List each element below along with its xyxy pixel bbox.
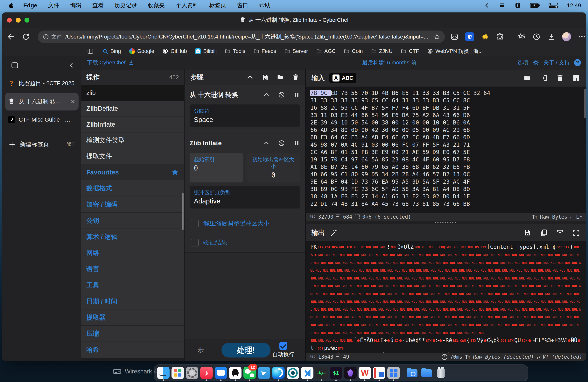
collapse-op-icon[interactable] xyxy=(263,91,270,98)
breakpoint-pause-icon[interactable] xyxy=(294,140,300,147)
breakpoint-pause-icon[interactable] xyxy=(294,91,300,98)
menu-item[interactable]: 文件 xyxy=(48,2,59,8)
browser-tab-2[interactable]: 从 十六进制 转换, Zlib I xyxy=(5,93,79,110)
window-title-bar[interactable]: 从 十六进制 转换, Zlib Inflate - CyberChef xyxy=(2,12,586,28)
category-item[interactable]: 数据格式 xyxy=(81,180,184,196)
bookmark-item[interactable]: GitHub xyxy=(162,48,187,54)
category-item[interactable]: 工具 xyxy=(81,277,184,293)
apple-menu-icon[interactable] xyxy=(8,1,14,9)
collapse-all-icon[interactable] xyxy=(246,74,254,81)
bookmark-item[interactable]: WebVPN 转换 | 浙... xyxy=(427,48,483,55)
address-bar[interactable]: 文件 xyxy=(38,31,445,43)
auto-bake-toggle[interactable]: 自动执行 xyxy=(273,342,294,358)
extensions-puzzle-icon[interactable] xyxy=(496,33,504,41)
bookmark-item[interactable]: Coin xyxy=(344,48,363,54)
download-cyberchef-link[interactable]: 下载 CyberChef xyxy=(87,59,134,66)
wireshark-volume-label[interactable]: Wireshark 4 xyxy=(113,368,157,375)
history-icon[interactable] xyxy=(532,33,541,41)
browser-tab-3[interactable]: CTF-Misc Guide - ⚡ Luna xyxy=(5,112,79,127)
add-input-tab-icon[interactable] xyxy=(507,74,515,82)
new-tab-button[interactable]: 新建标签页 ⌘T xyxy=(2,135,81,153)
input-eol-icon[interactable]: ↵ xyxy=(570,214,573,220)
io-spl-drag-handle[interactable]: ••••••••• xyxy=(306,221,586,224)
menu-item[interactable]: 收藏夹 xyxy=(148,2,165,8)
url-input[interactable] xyxy=(65,33,429,40)
dock-app-wechat[interactable]: 12 xyxy=(242,365,257,381)
dock-app-remote-grid[interactable] xyxy=(386,365,401,381)
bookmark-item[interactable]: AGC xyxy=(316,48,336,54)
category-item[interactable]: 公钥 xyxy=(81,212,184,229)
sidebar-toggle-icon[interactable] xyxy=(87,48,94,54)
dock-app-launchpad[interactable] xyxy=(170,365,185,381)
back-button[interactable] xyxy=(7,33,15,41)
menu-item[interactable]: 窗口 xyxy=(237,2,248,8)
step-button[interactable]: 步 xyxy=(197,346,204,355)
menu-item[interactable]: 编辑 xyxy=(70,2,82,8)
category-item[interactable]: 提取器 xyxy=(81,309,184,326)
menubar-tampermonkey-icon[interactable] xyxy=(514,2,521,9)
recipe-op-2[interactable]: Zlib Inflate起始索引0初始输出缓冲区大小0缓冲区扩展类型Adapti… xyxy=(185,133,305,253)
menubar-battery-icon[interactable] xyxy=(530,3,540,8)
bookmark-item[interactable]: ZJNU xyxy=(371,48,393,54)
dock-app-aperture[interactable] xyxy=(286,365,300,381)
checkbox-icon[interactable] xyxy=(191,239,199,246)
browser-menu-icon[interactable] xyxy=(578,33,586,41)
options-link[interactable]: 选项 xyxy=(517,59,528,66)
output-eol-icon[interactable]: ↵ xyxy=(537,354,540,360)
op-arg-dropdown[interactable]: 分隔符Space xyxy=(189,105,300,127)
menubar-stage-manager-icon[interactable] xyxy=(498,2,506,9)
save-output-icon[interactable] xyxy=(524,229,531,237)
bookmark-item[interactable]: CTF xyxy=(401,48,419,54)
op-checkbox-row[interactable]: 解压缩后调整缓冲区大小 xyxy=(189,219,300,228)
browser-tab-1[interactable]: ?比赛题目 - ?CTF 2025 xyxy=(5,76,79,91)
about-support-link[interactable]: 关于 / 支持 xyxy=(544,59,570,66)
category-item[interactable]: 日期 / 时间 xyxy=(81,293,184,309)
menu-item[interactable]: 帮助 xyxy=(259,2,271,8)
dock-app-finder[interactable] xyxy=(156,365,170,381)
menu-item[interactable]: 历史记录 xyxy=(115,2,137,8)
dock-app-edge[interactable] xyxy=(271,365,286,381)
open-folder-input-icon[interactable] xyxy=(540,74,547,82)
replace-input-icon[interactable] xyxy=(556,229,564,237)
input-eol-label[interactable]: LF xyxy=(576,214,582,220)
copy-output-icon[interactable] xyxy=(540,229,547,237)
operations-search-input[interactable] xyxy=(81,85,184,101)
output-type-label[interactable]: Raw Bytes (detected) xyxy=(473,354,534,360)
menubar-chevron-left-icon[interactable] xyxy=(484,2,490,8)
op-arg-number[interactable]: 初始输出缓冲区大小0 xyxy=(247,153,300,182)
load-recipe-folder-icon[interactable] xyxy=(277,74,284,81)
op-checkbox-row[interactable]: 验证结果 xyxy=(189,238,300,247)
bookmark-item[interactable]: Server xyxy=(284,48,308,54)
output-textarea[interactable]: PKETXEOTDC4NULACKNULBSNULNULNUL!NULß¤ÒlZ… xyxy=(306,241,586,353)
operation-item[interactable]: Zlib Deflate xyxy=(81,101,184,117)
save-recipe-icon[interactable] xyxy=(262,74,269,81)
category-item[interactable]: 加密 / 编码 xyxy=(81,196,184,212)
split-screen-icon[interactable] xyxy=(450,33,459,41)
dock-app-folder-downloads[interactable] xyxy=(405,365,420,381)
auto-bake-checkbox[interactable] xyxy=(279,342,287,350)
dock-app-folder-documents[interactable] xyxy=(420,365,434,381)
dock-app-telegram[interactable] xyxy=(257,365,271,381)
dock-app-vscode[interactable] xyxy=(300,365,315,381)
close-tab-icon[interactable] xyxy=(70,99,76,105)
menu-item[interactable]: 查看 xyxy=(92,2,104,8)
dock-app-settings[interactable] xyxy=(185,365,199,381)
favourites-category[interactable]: Favourites xyxy=(81,164,184,180)
bookmark-item[interactable]: Google xyxy=(129,48,154,54)
menubar-control-center-icon[interactable] xyxy=(548,2,558,8)
op-arg-dropdown[interactable]: 缓冲区扩展类型Adaptive xyxy=(189,186,300,209)
input-type-icon[interactable]: TT xyxy=(532,214,537,220)
operations-scrollbar[interactable] xyxy=(182,193,184,230)
input-scrollbar[interactable] xyxy=(584,89,586,118)
output-eol-label[interactable]: VT (detected) xyxy=(543,354,582,360)
operation-item[interactable]: 检测文件类型 xyxy=(81,132,184,149)
bookmark-item[interactable]: Feeds xyxy=(253,48,276,54)
category-item[interactable]: 网络 xyxy=(81,245,184,261)
op-arg-number[interactable]: 起始索引0 xyxy=(189,153,243,182)
gear-icon[interactable] xyxy=(533,59,539,66)
input-charset-selector[interactable]: A ABC xyxy=(329,73,357,83)
recipe-op-1[interactable]: 从 十六进制 转换分隔符Space xyxy=(185,85,305,133)
operation-item[interactable]: 提取文件 xyxy=(81,149,184,164)
category-item[interactable]: 哈希 xyxy=(81,342,184,358)
checkbox-icon[interactable] xyxy=(191,220,199,227)
